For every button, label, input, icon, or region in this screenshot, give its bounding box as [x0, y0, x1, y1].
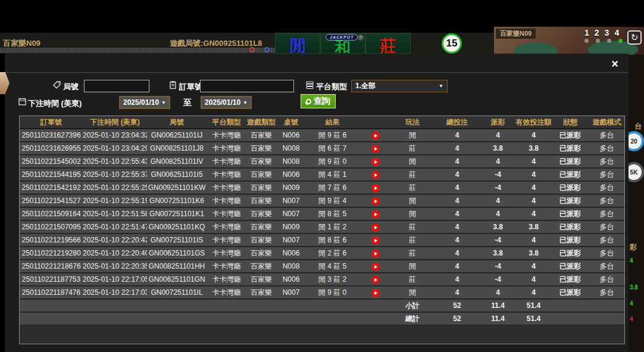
video-panel: 百家樂N09 1234 ↻	[494, 27, 644, 55]
camera-dot	[618, 39, 623, 43]
cell-round-no: GN006251101GN	[147, 273, 207, 286]
cell-game-type: 百家樂	[246, 168, 276, 181]
cell-order-no: 250110231627396	[20, 129, 83, 142]
cell-mode: 多台	[588, 181, 625, 194]
cell-mode: 多台	[588, 155, 625, 168]
col-header: 結果	[306, 116, 359, 129]
camera-number[interactable]: 2	[595, 28, 599, 38]
date-to-picker[interactable]: 2025/01/10 ▼	[201, 96, 252, 109]
cell-play: 莊	[392, 181, 433, 194]
cell-status: 已派彩	[552, 233, 588, 247]
record-row: 2501102212186762025-01-10 22:20:35GN0082…	[20, 260, 625, 273]
cell-valid-bet: 4	[515, 273, 552, 286]
cell-empty	[246, 312, 276, 325]
cell-play: 閒	[392, 207, 433, 220]
video-play-button[interactable]	[371, 263, 380, 271]
app-root: 百家樂N09 遊戲局號:GN009251101L8 閒 JACKPOT ? 和 …	[0, 0, 644, 352]
cell-round-no: GN007251101K1	[147, 207, 207, 220]
cell-table-no: N007	[276, 207, 306, 220]
cell-result: 閒 8 莊 6	[306, 233, 359, 247]
cell-bet-time: 2025-01-10 22:55:37	[83, 168, 147, 181]
video-play-button[interactable]	[371, 158, 380, 166]
cell-payout: 3.8	[481, 247, 515, 260]
date-from-picker[interactable]: 2025/01/10 ▼	[119, 96, 170, 109]
bet-zone-tie[interactable]: JACKPOT ? 和	[320, 33, 365, 54]
cell-order-no: 250110231626955	[20, 142, 83, 155]
search-button[interactable]: 查詢	[301, 94, 336, 108]
cell-video	[359, 129, 392, 142]
cell-game-type: 百家樂	[246, 207, 276, 220]
bet-records-modal: × 局號 訂單號 平台類型 1.全部 ▼ 下注時間 (美東) 2025/01/1…	[5, 54, 629, 352]
video-play-button[interactable]	[371, 223, 380, 232]
cell-table-no: N008	[276, 155, 306, 168]
video-play-button[interactable]	[371, 250, 380, 258]
record-row: 2501102211877532025-01-10 22:17:05GN0062…	[20, 273, 625, 286]
video-play-button[interactable]	[371, 276, 380, 284]
cell-status: 已派彩	[552, 220, 588, 233]
cell-platform: 卡卡灣廳	[207, 286, 246, 299]
cell-payout: 3.8	[481, 220, 515, 233]
cell-result: 閒 9 莊 6	[306, 129, 359, 142]
cell-payout: 4	[481, 155, 515, 168]
cell-status: 已派彩	[552, 207, 588, 220]
cell-game-type: 百家樂	[246, 273, 276, 286]
cell-empty	[552, 299, 588, 312]
cell-mode: 多台	[588, 220, 625, 233]
camera-numbers[interactable]: 1234	[584, 28, 623, 38]
cell-table-no: N006	[276, 129, 306, 142]
cell-platform: 卡卡灣廳	[207, 181, 246, 194]
cell-sum-payout: 11.4	[481, 312, 515, 325]
cell-game-type: 百家樂	[246, 260, 276, 273]
help-icon[interactable]: ?	[358, 35, 364, 41]
cell-mode: 多台	[588, 207, 625, 220]
cell-video	[359, 194, 392, 207]
refresh-icon[interactable]: ↻	[627, 30, 642, 45]
cell-mode: 多台	[588, 247, 625, 260]
cell-empty	[20, 312, 83, 325]
cell-platform: 卡卡灣廳	[207, 155, 246, 168]
video-play-button[interactable]	[371, 184, 380, 192]
camera-number[interactable]: 3	[605, 28, 609, 38]
record-row: 2501102316273962025-01-10 23:04:32GN0062…	[20, 129, 625, 142]
road-dot	[264, 47, 270, 52]
cell-total-bet: 4	[433, 247, 481, 260]
clipboard-icon	[168, 80, 177, 89]
cell-payout: 3.8	[481, 142, 515, 155]
cell-result: 閒 9 莊 4	[306, 194, 359, 207]
cell-play: 莊	[392, 142, 433, 155]
order-input[interactable]	[200, 80, 294, 92]
records-table: 訂單號下注時間 (美東)局號平台類型遊戲類型桌號結果玩法總投注派彩有效投注額狀態…	[20, 116, 625, 326]
cell-order-no: 250110221541527	[20, 194, 83, 207]
cell-status: 已派彩	[552, 194, 588, 207]
jackpot-badge: JACKPOT	[326, 34, 358, 41]
cell-platform: 卡卡灣廳	[207, 207, 246, 220]
cell-play: 莊	[392, 247, 433, 260]
video-play-button[interactable]	[371, 197, 380, 205]
cell-platform: 卡卡灣廳	[207, 142, 246, 155]
video-play-button[interactable]	[371, 236, 380, 245]
camera-dots	[584, 39, 623, 43]
cell-sum-label: 小計	[392, 299, 433, 312]
cell-play: 莊	[392, 273, 433, 286]
cell-round-no: GN008251101HH	[147, 260, 207, 273]
cell-table-no: N007	[276, 194, 306, 207]
video-play-button[interactable]	[371, 145, 380, 153]
cell-round-no: GN007251101IL	[147, 286, 207, 299]
camera-number[interactable]: 4	[614, 28, 619, 38]
video-play-button[interactable]	[371, 132, 380, 140]
round-input[interactable]	[84, 80, 149, 92]
record-row: 2501102211874762025-01-10 22:17:03GN0072…	[20, 286, 625, 299]
camera-number[interactable]: 1	[584, 28, 589, 38]
cell-total-bet: 4	[433, 233, 481, 247]
video-play-button[interactable]	[371, 171, 380, 179]
platform-select[interactable]: 1.全部 ▼	[351, 80, 448, 92]
cell-game-type: 百家樂	[246, 129, 276, 142]
cell-bet-time: 2025-01-10 22:17:03	[83, 286, 147, 299]
bet-zone-player[interactable]: 閒	[275, 33, 320, 54]
video-play-button[interactable]	[371, 289, 380, 297]
cell-mode: 多台	[588, 273, 625, 286]
cell-table-no: N007	[276, 286, 306, 299]
bet-zone-banker[interactable]: 莊	[365, 33, 411, 54]
video-play-button[interactable]	[371, 210, 380, 219]
close-icon[interactable]: ×	[608, 57, 621, 70]
